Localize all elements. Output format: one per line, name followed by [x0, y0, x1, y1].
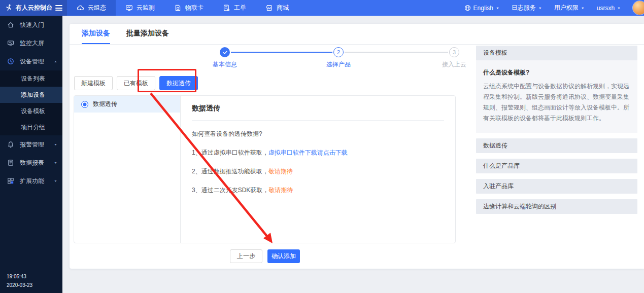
cloud-icon: [77, 4, 84, 12]
step-connector-waiting: [345, 52, 448, 53]
existing-template-button[interactable]: 已有模板: [117, 76, 155, 90]
help-section-what-is-product-library[interactable]: 什么是产品库: [476, 159, 637, 173]
nav-item-cloud-monitor[interactable]: 云监测: [116, 0, 164, 16]
top-bar: 有人云控制台 云组态 云监测 物联卡 工单 商城: [0, 0, 644, 16]
caret-down-icon: ▼: [496, 7, 499, 10]
log-service-label: 日志服务: [512, 4, 536, 12]
submenu-label: 设备模板: [21, 107, 45, 116]
alarm-bell-icon: [7, 141, 14, 148]
tab-add-device[interactable]: 添加设备: [82, 24, 110, 44]
coming-soon-label: 敬请期待: [268, 187, 293, 194]
caret-down-icon: ▼: [538, 7, 542, 10]
nav-label: 云组态: [88, 4, 106, 12]
radio-selected-icon[interactable]: [81, 101, 88, 108]
sidebar-item-quick-start[interactable]: 快速入门: [0, 16, 62, 34]
submenu-label: 设备列表: [21, 75, 45, 83]
sidebar-item-label: 快速入门: [20, 21, 44, 29]
runner-logo-icon: [5, 4, 13, 12]
logo-block: 有人云控制台: [0, 0, 67, 16]
detail-question: 如何查看设备的透传数据?: [192, 130, 444, 138]
help-section-device-template[interactable]: 设备模板: [476, 46, 637, 60]
step-text: 1、通过虚拟串口软件获取，: [192, 149, 268, 156]
step-1-label: 基本信息: [202, 60, 248, 69]
divider: [192, 120, 444, 121]
sidebar-item-label: 扩展功能: [20, 177, 44, 186]
monitor-icon: [125, 4, 133, 12]
main-card: 添加设备 批量添加设备 2 3 基本信息 选择产品 接入上云 新建模板 已有模板…: [70, 24, 644, 269]
caret-down-icon: ▼: [617, 7, 621, 10]
sidebar-item-add-device[interactable]: 添加设备: [0, 87, 62, 103]
sidebar-item-device-list[interactable]: 设备列表: [0, 70, 62, 87]
sidebar-item-project-group[interactable]: 项目分组: [0, 119, 62, 135]
list-item-data-passthrough[interactable]: 数据透传: [74, 96, 180, 113]
report-doc-icon: [7, 159, 14, 166]
nav-item-mall[interactable]: 商城: [256, 0, 298, 16]
sidebar-item-alarm-management[interactable]: 报警管理 ▼: [0, 135, 62, 154]
sidebar-item-label: 设备管理: [20, 57, 44, 66]
step-connector-finished: [231, 52, 332, 53]
step-text: 2、通过数据推送功能获取，: [192, 168, 268, 175]
sidebar-item-monitor-screen[interactable]: 监控大屏: [0, 34, 62, 52]
previous-step-button[interactable]: 上一步: [230, 249, 262, 263]
data-passthrough-button[interactable]: 数据透传: [159, 76, 198, 90]
nav-item-iot-card[interactable]: 物联卡: [164, 0, 213, 16]
user-permission-menu[interactable]: 用户权限 ▼: [554, 4, 585, 12]
help-question: 什么是设备模板?: [483, 68, 630, 77]
option-list: 数据透传: [74, 96, 181, 243]
detail-step-1: 1、通过虚拟串口软件获取，虚拟串口软件下载请点击下载: [192, 149, 444, 157]
log-service-menu[interactable]: 日志服务 ▼: [512, 4, 542, 12]
confirm-add-button[interactable]: 确认添加: [267, 249, 300, 263]
sidebar-item-device-management[interactable]: 设备管理 ▲: [0, 52, 62, 70]
new-template-button[interactable]: 新建模板: [74, 76, 113, 90]
avatar[interactable]: [633, 1, 644, 15]
caret-down-icon: ▼: [54, 143, 57, 145]
tab-batch-add-device[interactable]: 批量添加设备: [126, 24, 169, 44]
home-icon: [7, 21, 14, 28]
passthrough-detail: 数据透传 如何查看设备的透传数据? 1、通过虚拟串口软件获取，虚拟串口软件下载请…: [181, 96, 455, 243]
help-section-join-product-library[interactable]: 入驻产品库: [476, 179, 637, 194]
submenu-label: 添加设备: [21, 91, 45, 99]
download-link[interactable]: 虚拟串口软件下载请点击下载: [268, 149, 348, 156]
help-section-data-passthrough[interactable]: 数据透传: [476, 138, 637, 153]
language-label: English: [473, 5, 493, 12]
sidebar: 快速入门 监控大屏 设备管理 ▲ 设备列表 添加设备 设备模板 项目分组 报警管…: [0, 16, 62, 293]
big-screen-icon: [7, 40, 14, 47]
sim-card-icon: [174, 4, 182, 12]
clock-date: 2020-03-23: [7, 281, 32, 289]
nav-label: 工单: [234, 4, 246, 12]
list-item-label: 数据透传: [93, 100, 117, 108]
sidebar-item-extensions[interactable]: 扩展功能 ▼: [0, 172, 62, 190]
sidebar-item-data-report[interactable]: 数据报表 ▼: [0, 154, 62, 172]
step-2-circle: 2: [333, 47, 344, 57]
clock-time: 19:05:43: [7, 272, 32, 281]
step-1-circle: [220, 47, 230, 57]
template-type-buttons: 新建模板 已有模板 数据透传: [74, 76, 198, 90]
sidebar-clock: 19:05:43 2020-03-23: [7, 272, 32, 289]
nav-label: 云监测: [137, 4, 155, 12]
device-management-submenu: 设备列表 添加设备 设备模板 项目分组: [0, 70, 62, 135]
sidebar-item-device-template[interactable]: 设备模板: [0, 103, 62, 119]
language-menu[interactable]: English ▼: [464, 5, 499, 12]
app-title: 有人云控制台: [16, 4, 52, 12]
stepper: 2 3 基本信息 选择产品 接入上云: [70, 47, 476, 69]
sidebar-item-label: 数据报表: [20, 159, 44, 167]
device-clock-icon: [7, 58, 14, 65]
sidebar-item-label: 报警管理: [20, 140, 44, 149]
caret-up-icon: ▲: [54, 60, 57, 62]
submenu-label: 项目分组: [21, 123, 45, 132]
help-section-edge-vs-cloud-polling[interactable]: 边缘计算和云端轮询的区别: [476, 199, 637, 214]
nav-item-work-order[interactable]: 工单: [213, 0, 256, 16]
passthrough-panel: 数据透传 数据透传 如何查看设备的透传数据? 1、通过虚拟串口软件获取，虚拟串口…: [74, 95, 456, 243]
hamburger-icon[interactable]: [55, 4, 62, 12]
work-order-icon: [223, 4, 230, 12]
page: 有人云控制台 云组态 云监测 物联卡 工单 商城: [0, 0, 644, 293]
detail-step-3: 3、通过二次开发SDK获取，敬请期待: [192, 186, 444, 195]
step-3-label: 接入上云: [431, 60, 477, 69]
caret-down-icon: ▼: [54, 161, 57, 164]
nav-item-cloud-scada[interactable]: 云组态: [67, 0, 116, 16]
step-number: 2: [337, 49, 340, 55]
user-permission-label: 用户权限: [554, 4, 579, 12]
detail-title: 数据透传: [192, 104, 444, 113]
account-menu[interactable]: usrsxh ▼: [597, 5, 621, 12]
coming-soon-label: 敬请期待: [268, 168, 293, 175]
